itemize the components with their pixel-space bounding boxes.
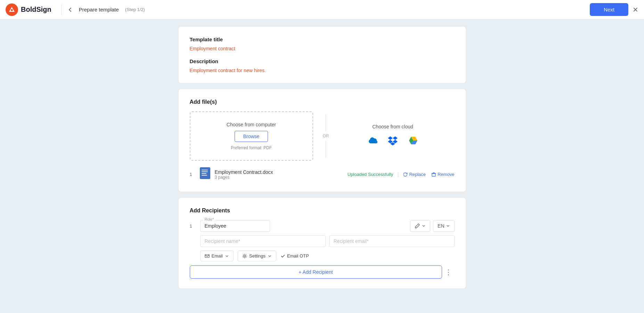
email-otp: Email OTP (280, 253, 309, 259)
header: BoldSign Prepare template (Step 1/2) Nex… (0, 0, 644, 19)
header-left: BoldSign Prepare template (Step 1/2) (6, 3, 145, 16)
or-line-top (326, 114, 326, 132)
recipient-row: 1 Role* EN (190, 220, 455, 261)
main-scroll: Template title Employment contract Descr… (0, 19, 644, 313)
upload-status: Uploaded Successfully (348, 172, 393, 177)
email-otp-label: Email OTP (287, 253, 309, 259)
svg-rect-9 (202, 173, 206, 174)
close-button[interactable]: ✕ (633, 6, 638, 14)
description-value: Employment contract for new hires. (190, 68, 455, 73)
page-title: Prepare template (79, 7, 119, 12)
replace-button[interactable]: Replace (403, 172, 426, 177)
or-line-bottom (326, 141, 326, 158)
content-area: Template title Employment contract Descr… (173, 26, 472, 289)
logo-text: BoldSign (21, 6, 51, 14)
recipient-number: 1 (190, 220, 197, 229)
preferred-format: Preferred format: PDF (231, 145, 272, 150)
upload-zone-wrap: Choose from computer Browse Preferred fo… (190, 111, 447, 161)
role-wrapper: Role* (200, 220, 408, 232)
title-value: Employment contract (190, 46, 455, 51)
choose-computer-label: Choose from computer (227, 122, 276, 127)
or-divider: OR (313, 114, 339, 158)
separator: | (397, 171, 399, 178)
role-label: Role* (204, 217, 215, 221)
options-row: Email Settings Email OTP (200, 251, 455, 261)
logo: BoldSign (6, 3, 51, 16)
add-recipients-title: Add Recipients (190, 208, 455, 214)
file-item: 1 Employment Contract.docx 3 pages Uploa… (190, 167, 455, 182)
choose-cloud-label: Choose from cloud (372, 124, 413, 129)
header-right: Next ✕ (590, 3, 638, 16)
email-dropdown[interactable]: Email (200, 251, 234, 261)
recipient-email-input[interactable] (329, 235, 455, 247)
replace-label: Replace (409, 172, 426, 177)
step-label: (Step 1/2) (125, 7, 145, 12)
add-files-card: Add file(s) Choose from computer Browse … (178, 89, 466, 192)
file-pages: 3 pages (215, 175, 343, 180)
title-label: Template title (190, 36, 455, 42)
browse-button[interactable]: Browse (235, 131, 268, 142)
settings-label: Settings (249, 253, 266, 259)
onedrive-button[interactable] (365, 134, 380, 149)
more-options-button[interactable]: ⋮ (442, 267, 455, 278)
role-input[interactable] (200, 220, 270, 232)
cloud-icons (365, 134, 421, 149)
add-recipient-row: + Add Recipient ⋮ (190, 265, 455, 279)
svg-rect-10 (202, 175, 207, 176)
name-email-row (200, 235, 455, 247)
file-name: Employment Contract.docx (215, 169, 343, 175)
role-row: Role* EN (200, 220, 455, 232)
upload-computer-panel: Choose from computer Browse Preferred fo… (190, 111, 313, 161)
remove-label: Remove (438, 172, 454, 177)
or-text: OR (323, 134, 329, 138)
pen-dropdown[interactable] (410, 220, 430, 232)
back-button[interactable] (66, 5, 75, 14)
next-button[interactable]: Next (590, 3, 628, 16)
recipient-fields: Role* EN (200, 220, 455, 261)
recipient-name-input[interactable] (200, 235, 326, 247)
file-type-icon (199, 167, 211, 182)
add-recipient-button[interactable]: + Add Recipient (190, 265, 442, 279)
email-label: Email (212, 253, 223, 259)
google-drive-button[interactable] (405, 134, 421, 149)
lang-dropdown[interactable]: EN (433, 220, 454, 232)
header-divider (61, 5, 62, 15)
logo-icon (6, 3, 18, 16)
file-info: Employment Contract.docx 3 pages (215, 169, 343, 180)
file-actions: Replace Remove (403, 172, 454, 177)
description-label: Description (190, 58, 455, 64)
svg-point-13 (244, 255, 246, 257)
lang-value: EN (438, 223, 444, 229)
svg-rect-7 (202, 170, 208, 170)
add-recipients-card: Add Recipients 1 Role* (178, 197, 466, 289)
dropbox-button[interactable] (385, 134, 400, 149)
svg-point-1 (11, 9, 13, 11)
svg-rect-11 (432, 174, 435, 176)
svg-rect-8 (202, 171, 208, 172)
remove-button[interactable]: Remove (431, 172, 454, 177)
upload-cloud-panel: Choose from cloud (339, 124, 447, 149)
template-title-card: Template title Employment contract Descr… (178, 26, 466, 83)
file-number: 1 (190, 172, 195, 177)
settings-dropdown[interactable]: Settings (238, 251, 276, 261)
add-files-title: Add file(s) (190, 99, 455, 105)
